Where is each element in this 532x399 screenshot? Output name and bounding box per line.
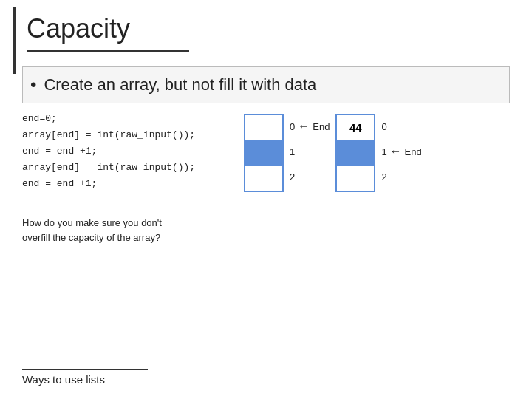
page-title: Capacity (27, 13, 130, 44)
right-arrow-1: ← (390, 145, 402, 158)
footer-section: Ways to use lists (22, 369, 148, 386)
bullet-section: • Create an array, but not fill it with … (22, 66, 510, 111)
end-label-0: End (313, 121, 330, 132)
right-label-row-2: 2 (381, 164, 421, 189)
right-index-1: 1 (381, 146, 386, 157)
code-block: end=0; array[end] = int(raw_input()); en… (22, 111, 236, 192)
right-cell-0: 44 (337, 115, 374, 140)
footer-label: Ways to use lists (22, 373, 148, 386)
left-cell-0 (245, 115, 282, 140)
left-cell-1 (245, 140, 282, 166)
code-line-4: array[end] = int(raw_input()); (22, 160, 236, 176)
left-border-decoration (13, 7, 16, 74)
left-cell-2 (245, 166, 282, 191)
code-line-5: end = end +1; (22, 176, 236, 192)
right-label-row-0: 0 (381, 114, 421, 139)
right-index-2: 2 (381, 171, 386, 183)
arrow-0: ← (298, 120, 310, 133)
how-question: How do you make sure you don't overfill … (22, 216, 170, 245)
bullet-text: Create an array, but not fill it with da… (44, 75, 316, 95)
right-cell-1 (337, 140, 374, 166)
code-line-1: end=0; (22, 111, 236, 127)
bullet-dot: • (30, 75, 36, 95)
index-2: 2 (290, 171, 295, 183)
left-array-box (244, 114, 284, 192)
right-end-label-1: End (405, 146, 422, 157)
code-line-3: end = end +1; (22, 143, 236, 160)
footer-underline (22, 369, 148, 370)
index-1: 1 (290, 146, 295, 157)
right-array-box: 44 (335, 114, 375, 192)
right-label-row-1: 1 ← End (381, 139, 421, 164)
title-underline (27, 50, 189, 52)
label-row-0: 0 ← End (290, 114, 330, 139)
label-row-1: 1 (290, 139, 330, 164)
right-cell-2 (337, 166, 374, 191)
bullet-item: • Create an array, but not fill it with … (22, 66, 510, 103)
code-line-2: array[end] = int(raw_input()); (22, 127, 236, 143)
label-row-2: 2 (290, 164, 330, 189)
main-content: end=0; array[end] = int(raw_input()); en… (22, 111, 517, 192)
right-labels-col: 0 1 ← End 2 (381, 114, 421, 189)
right-index-0: 0 (381, 121, 386, 132)
diagram-area: 0 ← End 1 2 44 0 1 ← End (244, 114, 422, 192)
left-labels-col: 0 ← End 1 2 (290, 114, 330, 189)
index-0: 0 (290, 121, 295, 132)
